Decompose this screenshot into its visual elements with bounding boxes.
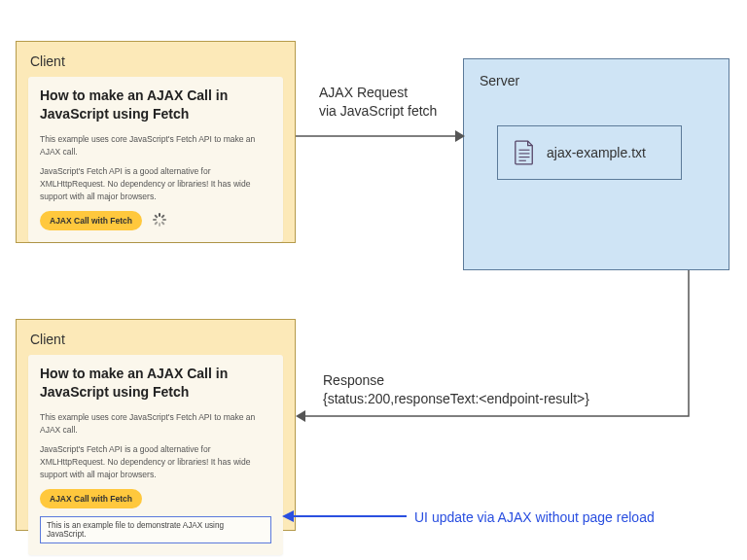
para-2: JavaScript's Fetch API is a good alterna…: [40, 443, 271, 480]
ajax-fetch-button[interactable]: AJAX Call with Fetch: [40, 211, 142, 230]
para-2: JavaScript's Fetch API is a good alterna…: [40, 165, 271, 202]
browser-card-after: How to make an AJAX Call in JavaScript u…: [28, 355, 283, 555]
request-arrow: [296, 126, 465, 146]
client-after-box: Client How to make an AJAX Call in JavaS…: [16, 319, 296, 531]
loading-spinner-icon: [153, 213, 166, 227]
request-label-line1: AJAX Request: [319, 84, 437, 102]
para-1: This example uses core JavaScript's Fetc…: [40, 411, 271, 437]
browser-card-before: How to make an AJAX Call in JavaScript u…: [28, 77, 283, 242]
request-label-line2: via JavaScript fetch: [319, 102, 437, 121]
svg-marker-5: [455, 130, 465, 142]
para-1: This example uses core JavaScript's Fetc…: [40, 133, 271, 158]
request-label: AJAX Request via JavaScript fetch: [319, 84, 437, 121]
svg-marker-6: [296, 410, 305, 422]
client-title: Client: [30, 332, 283, 347]
client-before-box: Client How to make an AJAX Call in JavaS…: [16, 41, 296, 243]
server-file-name: ajax-example.txt: [547, 145, 646, 160]
server-file-box: ajax-example.txt: [497, 125, 682, 180]
ui-update-arrow: [282, 507, 407, 526]
server-box: Server ajax-example.txt: [463, 58, 729, 270]
response-label: Response {status:200,responseText:<endpo…: [323, 371, 589, 408]
response-label-line2: {status:200,responseText:<endpoint-resul…: [323, 390, 589, 408]
ajax-result-box: This is an example file to demonstrate A…: [40, 516, 271, 543]
client-title: Client: [30, 53, 283, 69]
page-heading: How to make an AJAX Call in JavaScript u…: [40, 87, 271, 123]
file-icon: [514, 140, 535, 165]
ajax-fetch-button[interactable]: AJAX Call with Fetch: [40, 489, 142, 508]
server-title: Server: [480, 73, 713, 88]
response-label-line1: Response: [323, 371, 589, 390]
svg-marker-8: [282, 510, 294, 522]
page-heading: How to make an AJAX Call in JavaScript u…: [40, 365, 271, 402]
ui-update-label: UI update via AJAX without page reload: [414, 508, 655, 527]
response-arrow: [296, 270, 698, 434]
